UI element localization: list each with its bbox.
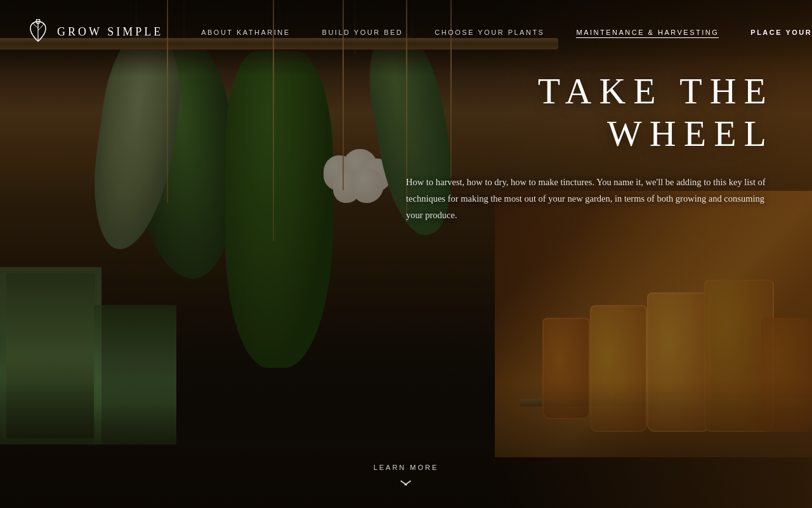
hero-title: TAKE THE WHEEL (381, 70, 774, 155)
logo[interactable]: GROW SIMPLE (25, 19, 163, 44)
chevron-down-icon[interactable] (400, 481, 412, 489)
nav-link-build[interactable]: BUILD YOUR BED (322, 29, 403, 36)
hero-content: TAKE THE WHEEL How to harvest, how to dr… (381, 70, 774, 223)
nav-item-order: PLACE YOUR ORDER (750, 26, 812, 37)
nav-links: ABOUT KATHARINE BUILD YOUR BED CHOOSE YO… (201, 26, 812, 37)
nav-item-maintenance: MAINTENANCE & HARVESTING (576, 26, 719, 37)
hero-section: GROW SIMPLE ABOUT KATHARINE BUILD YOUR B… (0, 0, 812, 508)
logo-icon (25, 19, 51, 44)
nav-link-maintenance[interactable]: MAINTENANCE & HARVESTING (576, 29, 719, 38)
nav-item-build: BUILD YOUR BED (322, 26, 403, 37)
navigation: GROW SIMPLE ABOUT KATHARINE BUILD YOUR B… (0, 0, 812, 63)
nav-link-plants[interactable]: CHOOSE YOUR PLANTS (435, 29, 544, 36)
nav-item-plants: CHOOSE YOUR PLANTS (435, 26, 544, 37)
nav-item-about: ABOUT KATHARINE (201, 26, 290, 37)
hero-description: How to harvest, how to dry, how to make … (406, 174, 774, 223)
nav-link-order[interactable]: PLACE YOUR ORDER (750, 29, 812, 36)
nav-link-about[interactable]: ABOUT KATHARINE (201, 29, 290, 36)
learn-more-section: LEARN MORE (361, 459, 452, 489)
learn-more-button[interactable]: LEARN MORE (361, 459, 452, 476)
logo-text: GROW SIMPLE (57, 25, 163, 39)
